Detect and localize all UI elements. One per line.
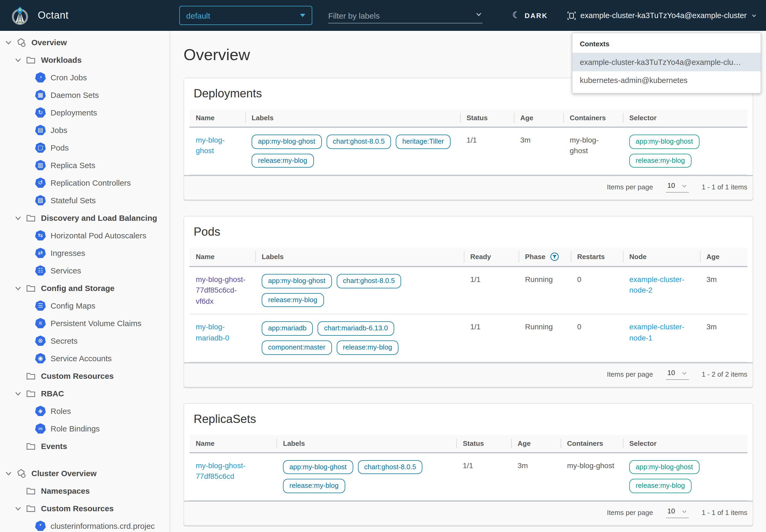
sidebar-item-roles[interactable]: ◈Roles <box>0 402 170 420</box>
label-tag[interactable]: heritage:Tiller <box>396 135 450 149</box>
namespace-select[interactable]: default <box>179 6 312 25</box>
sidebar-item-custom-resources[interactable]: Custom Resources <box>0 367 170 385</box>
chevron-down-icon[interactable] <box>4 38 13 47</box>
chevron-down-icon[interactable] <box>14 284 22 292</box>
sidebar-item-stateful-sets[interactable]: ▧Stateful Sets <box>0 192 170 209</box>
resource-link[interactable]: my-blog-ghost <box>196 136 225 155</box>
chevron-down-icon[interactable] <box>14 504 22 513</box>
cell-labels: app:my-blog-ghostchart:ghost-8.0.5herita… <box>245 128 460 174</box>
cell-text: my-blog-ghost <box>567 461 614 469</box>
sidebar-item-services[interactable]: ☷Services <box>0 262 170 279</box>
filter-icon[interactable] <box>550 252 559 261</box>
cell-name: my-blog-mariadb-0 <box>189 315 255 361</box>
cell-text: 1/1 <box>470 275 481 284</box>
sidebar-item-workloads[interactable]: Workloads <box>0 51 170 69</box>
label-tag[interactable]: chart:mariadb-6.13.0 <box>318 322 394 336</box>
sidebar-item-label: Roles <box>51 406 71 415</box>
table-row: my-blog-ghost-77df85c6cd-vf6dxapp:my-blo… <box>189 267 747 314</box>
column-header-status: Status <box>460 109 514 127</box>
label-tag[interactable]: release:my-blog <box>336 340 398 355</box>
sidebar-item-label: Service Accounts <box>51 354 112 363</box>
sidebar-item-cron-jobs[interactable]: ◔Cron Jobs <box>0 69 170 86</box>
persistent-volume-claims-icon: ≡ <box>35 318 46 329</box>
chevron-down-icon[interactable] <box>14 389 22 398</box>
cell-name: my-blog-ghost-77df85c6cd <box>189 453 277 500</box>
sidebar-item-daemon-sets[interactable]: ▦Daemon Sets <box>0 86 170 104</box>
sidebar-item-persistent-volume-claims[interactable]: ≡Persistent Volume Claims <box>0 314 170 332</box>
context-switcher[interactable]: example-cluster-ka3TuTzYo4a@example-clus… <box>567 0 757 31</box>
cron-jobs-icon: ◔ <box>35 72 46 83</box>
resource-link[interactable]: my-blog-ghost-77df85c6cd-vf6dx <box>196 275 245 305</box>
sidebar-item-replication-controllers[interactable]: ↺Replication Controllers <box>0 174 170 192</box>
sidebar-item-namespaces[interactable]: Namespaces <box>0 482 170 500</box>
label-tag[interactable]: chart:ghost-8.0.5 <box>358 460 422 474</box>
column-header-phase: Phase <box>519 247 571 266</box>
column-header-containers: Containers <box>561 434 623 452</box>
items-per-page-select[interactable]: 10 <box>666 181 689 193</box>
label-tag[interactable]: chart:ghost-8.0.5 <box>326 135 391 149</box>
column-header-label: Phase <box>525 253 546 261</box>
sidebar-item-config-maps[interactable]: ☰Config Maps <box>0 297 170 314</box>
column-header-label: Restarts <box>577 253 605 261</box>
folder-icon <box>26 371 36 381</box>
resource-link[interactable]: my-blog-ghost-77df85c6cd <box>196 461 245 480</box>
column-header-label: Node <box>629 253 647 261</box>
column-header-label: Name <box>196 114 215 122</box>
sidebar-item-discovery-and-load-balancing[interactable]: Discovery and Load Balancing <box>0 209 170 227</box>
column-header-name: Name <box>189 247 255 266</box>
label-tag[interactable]: release:my-blog <box>283 479 345 493</box>
cell-age: 3m <box>511 453 561 500</box>
label-filter-input[interactable] <box>328 11 472 20</box>
sidebar-item-overview[interactable]: Overview <box>0 34 170 51</box>
sidebar-item-cluster-overview[interactable]: Cluster Overview <box>0 464 170 482</box>
sidebar-item-label: Discovery and Load Balancing <box>41 213 157 222</box>
table-row: my-blog-ghost-77df85c6cdapp:my-blog-ghos… <box>189 453 747 500</box>
sidebar-item-config-and-storage[interactable]: Config and Storage <box>0 279 170 297</box>
resource-link[interactable]: example-cluster-node-1 <box>629 323 684 342</box>
resource-sections: DeploymentsNameLabelsStatusAgeContainers… <box>184 78 753 526</box>
app-header: Octant default ☾ DARK example-cluster-ka… <box>0 0 766 31</box>
cell-selector: app:my-blog-ghostrelease:my-blog <box>623 453 747 500</box>
sidebar-item-label: Pods <box>51 143 69 152</box>
resource-link[interactable]: example-cluster-node-2 <box>629 275 684 294</box>
sidebar-item-service-accounts[interactable]: ◉Service Accounts <box>0 350 170 367</box>
label-tag[interactable]: app:my-blog-ghost <box>252 135 322 149</box>
sidebar-item-rbac[interactable]: RBAC <box>0 385 170 402</box>
deployments-card: DeploymentsNameLabelsStatusAgeContainers… <box>184 78 753 200</box>
context-menu-item[interactable]: example-cluster-ka3TuTzYo4a@example-clu… <box>572 53 761 71</box>
sidebar-item-ingresses[interactable]: ⇄Ingresses <box>0 244 170 262</box>
label-tag[interactable]: release:my-blog <box>262 293 324 307</box>
label-tag[interactable]: app:mariadb <box>262 322 313 336</box>
cell-containers: my-blog-ghost <box>561 453 623 500</box>
sidebar-item-replica-sets[interactable]: ▥Replica Sets <box>0 156 170 174</box>
sidebar-item-horizontal-pod-autoscalers[interactable]: ⇆Horizontal Pod Autoscalers <box>0 227 170 244</box>
column-header-status: Status <box>456 434 511 452</box>
items-per-page-value: 10 <box>667 368 675 376</box>
sidebar-item-secrets[interactable]: ⊗Secrets <box>0 332 170 350</box>
sidebar-item-events[interactable]: Events <box>0 437 170 455</box>
sidebar-item-deployments[interactable]: ↻Deployments <box>0 104 170 121</box>
chevron-down-icon[interactable] <box>475 11 482 18</box>
label-tag[interactable]: chart:ghost-8.0.5 <box>336 274 401 288</box>
sidebar-item-jobs[interactable]: ▤Jobs <box>0 121 170 139</box>
cell-status: 1/1 <box>456 453 511 500</box>
sidebar-item-clusterinformations-crd-projec[interactable]: *clusterinformations.crd.projec <box>0 517 170 532</box>
chevron-down-icon[interactable] <box>4 469 13 477</box>
label-tag[interactable]: app:my-blog-ghost <box>283 460 353 474</box>
sidebar-item-label: Workloads <box>41 55 82 64</box>
chevron-down-icon[interactable] <box>14 214 22 222</box>
cluster-icon <box>567 11 576 20</box>
theme-toggle[interactable]: ☾ DARK <box>512 0 548 31</box>
cell-ready: 1/1 <box>464 267 519 314</box>
sidebar-item-role-bindings[interactable]: ∞Role Bindings <box>0 420 170 437</box>
resource-link[interactable]: my-blog-mariadb-0 <box>196 323 229 342</box>
items-per-page-select[interactable]: 10 <box>666 507 689 518</box>
items-per-page-select[interactable]: 10 <box>666 368 689 380</box>
label-tag[interactable]: app:my-blog-ghost <box>262 274 332 288</box>
sidebar-item-custom-resources[interactable]: Custom Resources <box>0 500 170 517</box>
sidebar-item-pods[interactable]: ▢Pods <box>0 139 170 156</box>
chevron-down-icon[interactable] <box>14 56 22 64</box>
label-tag[interactable]: release:my-blog <box>252 153 314 168</box>
context-menu-item[interactable]: kubernetes-admin@kubernetes <box>572 71 761 89</box>
label-tag[interactable]: component:master <box>262 340 332 355</box>
